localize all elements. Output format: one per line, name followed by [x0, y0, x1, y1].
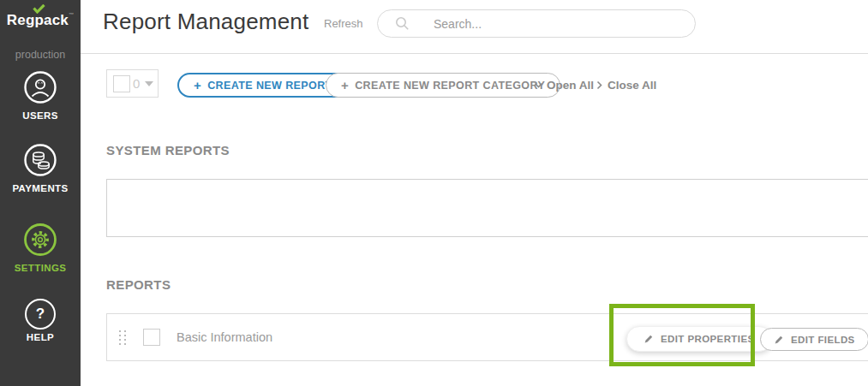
- pencil-icon: [644, 334, 654, 344]
- plus-icon: +: [341, 78, 349, 92]
- logo-text-post: ack: [44, 12, 69, 28]
- open-all-link[interactable]: Open All: [533, 79, 594, 92]
- logo-checkmark-icon: [33, 4, 45, 14]
- search-icon: [395, 16, 410, 31]
- chevron-right-icon: [594, 80, 605, 91]
- bulk-select-count: 0: [133, 76, 140, 91]
- coins-icon: [23, 143, 57, 177]
- logo-text-p: p: [34, 12, 44, 28]
- sidebar-item-label: SETTINGS: [0, 263, 81, 273]
- sidebar-item-settings[interactable]: SETTINGS: [0, 223, 81, 273]
- edit-properties-button[interactable]: EDIT PROPERTIES: [626, 326, 772, 352]
- page-title: Report Management: [103, 9, 308, 35]
- sidebar: Regpack™ production USERS PAYMENTS: [0, 0, 81, 386]
- create-new-report-category-label: CREATE NEW REPORT CATEGORY: [355, 80, 545, 92]
- environment-label: production: [0, 49, 81, 61]
- create-new-report-label: CREATE NEW REPORT: [207, 80, 332, 92]
- logo-text-pre: Reg: [7, 12, 35, 28]
- open-all-label: Open All: [547, 79, 594, 92]
- system-reports-heading: SYSTEM REPORTS: [106, 143, 230, 157]
- pencil-icon: [774, 335, 784, 345]
- edit-fields-button[interactable]: EDIT FIELDS: [760, 328, 868, 351]
- sidebar-item-label: USERS: [0, 110, 81, 121]
- sidebar-item-help[interactable]: ? HELP: [0, 299, 81, 342]
- sidebar-item-label: HELP: [0, 332, 81, 342]
- help-icon-glyph: ?: [36, 306, 45, 323]
- header-divider: [81, 53, 868, 54]
- gear-icon: [23, 223, 57, 257]
- edit-fields-label: EDIT FIELDS: [791, 335, 855, 345]
- bulk-select-dropdown[interactable]: 0: [106, 69, 159, 98]
- caret-down-icon[interactable]: [145, 81, 153, 86]
- regpack-logo: Regpack™: [0, 12, 81, 29]
- create-new-report-category-button[interactable]: + CREATE NEW REPORT CATEGORY: [326, 73, 560, 98]
- search-input[interactable]: [434, 17, 683, 31]
- help-icon: ?: [25, 299, 56, 330]
- logo-trademark: ™: [69, 12, 74, 17]
- bulk-select-checkbox[interactable]: [113, 75, 130, 92]
- close-all-link[interactable]: Close All: [594, 79, 656, 92]
- user-icon: [23, 70, 57, 104]
- reports-heading: REPORTS: [106, 277, 171, 292]
- plus-icon: +: [194, 78, 201, 92]
- refresh-link[interactable]: Refresh: [324, 17, 363, 30]
- sidebar-item-users[interactable]: USERS: [0, 70, 81, 121]
- chevron-down-icon: [533, 80, 544, 91]
- system-reports-panel: [106, 179, 868, 237]
- close-all-label: Close All: [608, 79, 656, 92]
- report-row-actions: EDIT PROPERTIES EDIT FIELDS: [107, 314, 868, 360]
- sidebar-item-payments[interactable]: PAYMENTS: [0, 143, 81, 193]
- search-box: [377, 9, 696, 38]
- create-new-report-button[interactable]: + CREATE NEW REPORT: [177, 73, 349, 98]
- report-row: Basic Information EDIT PROPERTIES EDIT F…: [106, 313, 868, 361]
- sidebar-item-label: PAYMENTS: [0, 183, 81, 193]
- edit-properties-label: EDIT PROPERTIES: [661, 334, 755, 344]
